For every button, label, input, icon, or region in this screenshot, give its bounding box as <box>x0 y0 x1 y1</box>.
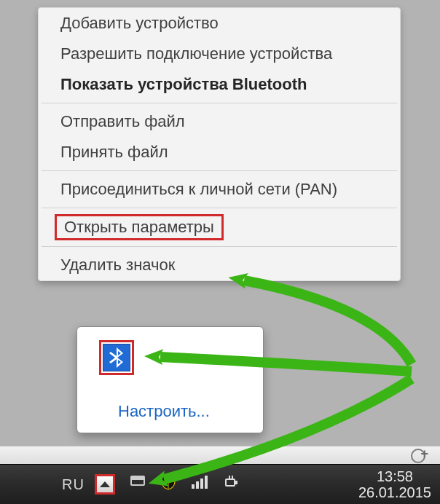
menu-separator <box>42 103 397 103</box>
bluetooth-glyph-icon <box>109 347 125 368</box>
menu-item-allow-connection[interactable]: Разрешить подключение устройства <box>39 39 400 69</box>
taskbar-clock[interactable]: 13:58 26.01.2015 <box>358 468 431 500</box>
link-label: Настроить... <box>118 402 210 420</box>
window-footer-bar: + <box>0 446 440 465</box>
svg-rect-4 <box>200 479 203 489</box>
menu-item-label: Удалить значок <box>60 256 175 274</box>
menu-item-label: Открыть параметры <box>64 218 214 236</box>
clock-time: 13:58 <box>358 468 431 484</box>
svg-rect-2 <box>192 484 195 489</box>
menu-item-label: Разрешить подключение устройства <box>60 44 332 63</box>
menu-item-receive-file[interactable]: Принять файл <box>39 137 400 168</box>
menu-item-label: Принять файл <box>60 143 168 161</box>
network-icon[interactable] <box>191 474 208 495</box>
menu-item-send-file[interactable]: Отправить файл <box>39 106 400 137</box>
menu-item-label: Присоединиться к личной сети (PAN) <box>60 180 337 198</box>
stage: Добавить устройство Разрешить подключени… <box>0 0 440 504</box>
svg-rect-7 <box>235 481 237 484</box>
svg-rect-1 <box>131 476 144 480</box>
menu-item-add-device[interactable]: Добавить устройство <box>39 8 400 39</box>
action-center-icon[interactable] <box>130 474 146 495</box>
menu-item-label: Добавить устройство <box>60 14 219 32</box>
tray-customize-link[interactable]: Настроить... <box>118 402 210 421</box>
menu-item-join-pan[interactable]: Присоединиться к личной сети (PAN) <box>39 174 400 205</box>
zoom-plus-icon: + <box>420 446 428 462</box>
bluetooth-icon[interactable] <box>103 344 130 371</box>
overflow-toggle-button[interactable] <box>95 474 115 495</box>
menu-item-label: Показать устройства Bluetooth <box>60 75 307 93</box>
language-indicator[interactable]: RU <box>62 476 85 493</box>
menu-separator <box>42 170 397 171</box>
highlight-box: Открыть параметры <box>55 214 224 240</box>
menu-separator <box>42 246 397 247</box>
clock-date: 26.01.2015 <box>358 484 431 500</box>
menu-separator <box>42 208 397 208</box>
chevron-up-icon <box>100 481 110 487</box>
menu-item-label: Отправить файл <box>60 112 185 130</box>
svg-rect-3 <box>196 481 199 489</box>
svg-rect-6 <box>226 479 235 486</box>
menu-item-open-settings[interactable]: Открыть параметры <box>39 211 400 243</box>
shield-icon[interactable] <box>160 474 176 495</box>
bluetooth-context-menu: Добавить устройство Разрешить подключени… <box>38 7 401 281</box>
power-icon[interactable] <box>223 474 239 495</box>
menu-item-remove-icon[interactable]: Удалить значок <box>39 250 400 280</box>
menu-item-show-bluetooth-devices[interactable]: Показать устройства Bluetooth <box>39 69 400 100</box>
system-tray <box>95 474 239 495</box>
taskbar: RU 13:58 26.01.2015 <box>0 464 440 504</box>
highlight-box <box>99 340 134 375</box>
svg-rect-5 <box>205 476 208 489</box>
system-tray-overflow-popup: Настроить... <box>76 326 264 433</box>
